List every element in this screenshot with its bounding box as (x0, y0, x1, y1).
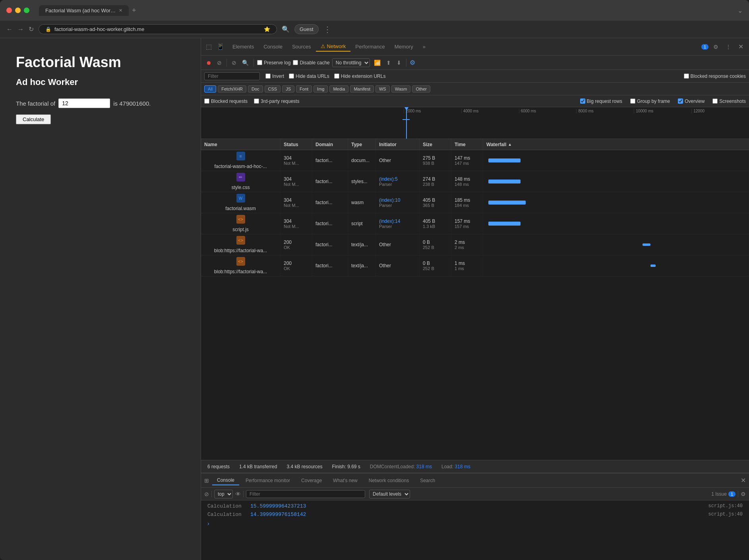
console-link-1[interactable]: script.js:40 (708, 503, 743, 509)
th-name[interactable]: Name (201, 139, 281, 150)
coverage-tab[interactable]: Coverage (296, 476, 327, 485)
console-settings-icon[interactable]: ⚙ (741, 491, 746, 497)
screenshots-checkbox[interactable] (712, 98, 718, 104)
search-tab[interactable]: Search (415, 476, 440, 485)
throttle-select[interactable]: No throttling (332, 58, 370, 67)
export-har-btn[interactable]: ⬇ (395, 59, 403, 67)
context-select[interactable]: top (214, 490, 233, 498)
filter-doc-btn[interactable]: Doc (248, 85, 263, 93)
table-row[interactable]: <> script.js 304 Not M... factori... scr… (201, 213, 749, 234)
filter-js-btn[interactable]: JS (282, 85, 294, 93)
browser-tab[interactable]: Factorial Wasm (ad hoc Wor… ✕ (39, 5, 129, 16)
devtools-more-btn[interactable]: ⋮ (723, 42, 734, 52)
overview-checkbox[interactable] (678, 98, 683, 104)
console-close-btn[interactable]: ✕ (741, 477, 746, 484)
invert-cb-label[interactable]: Invert (265, 73, 284, 79)
calculate-button[interactable]: Calculate (16, 114, 51, 124)
blocked-cookies-checkbox[interactable] (684, 73, 689, 79)
table-row[interactable]: ≡ factorial-wasm-ad-hoc-... 304 Not M...… (201, 150, 749, 171)
console-tab[interactable]: Console (212, 476, 239, 485)
preserve-log-label[interactable]: Preserve log (257, 60, 290, 66)
tab-memory[interactable]: Memory (390, 42, 418, 51)
filter-font-btn[interactable]: Font (296, 85, 312, 93)
devtools-close-btn[interactable]: ✕ (736, 41, 746, 52)
close-traffic-light[interactable] (6, 8, 12, 13)
initiator-link-4[interactable]: (index):14 (379, 218, 416, 224)
initiator-link-3[interactable]: (index):10 (379, 197, 416, 203)
tab-expand-btn[interactable]: ⌄ (737, 7, 743, 14)
th-size[interactable]: Size (420, 139, 451, 150)
blocked-requests-label[interactable]: Blocked requests (204, 98, 248, 104)
table-row[interactable]: W factorial.wasm 304 Not M... factori...… (201, 192, 749, 213)
filter-other-btn[interactable]: Other (412, 85, 430, 93)
disable-cache-label[interactable]: Disable cache (293, 60, 329, 66)
log-levels-select[interactable]: Default levels (369, 490, 410, 498)
factorial-input[interactable] (58, 98, 110, 108)
tab-close-btn[interactable]: ✕ (119, 8, 122, 13)
maximize-traffic-light[interactable] (24, 8, 29, 13)
filter-wasm-btn[interactable]: Wasm (391, 85, 411, 93)
th-time[interactable]: Time (451, 139, 483, 150)
big-rows-label[interactable]: Big request rows (580, 98, 622, 104)
reload-btn[interactable]: ↻ (29, 25, 34, 33)
third-party-label[interactable]: 3rd-party requests (254, 98, 299, 104)
forward-btn[interactable]: → (17, 26, 24, 33)
blocked-requests-checkbox[interactable] (204, 98, 209, 104)
tab-more[interactable]: » (418, 42, 430, 51)
tab-sources[interactable]: Sources (287, 42, 316, 51)
inspect-element-icon[interactable]: ⬚ (204, 41, 213, 52)
tab-elements[interactable]: Elements (228, 42, 259, 51)
hide-data-urls-checkbox[interactable] (289, 73, 294, 79)
console-ban-icon[interactable]: ⊘ (204, 491, 209, 497)
console-panels-icon[interactable]: ⊞ (204, 477, 209, 484)
th-type[interactable]: Type (348, 139, 376, 150)
minimize-traffic-light[interactable] (15, 8, 21, 13)
more-menu-btn[interactable]: ⋮ (323, 25, 331, 34)
clear-btn[interactable]: ⊘ (215, 59, 223, 67)
console-prompt[interactable]: › (201, 519, 749, 528)
console-filter-input[interactable] (246, 490, 365, 498)
filter-img-btn[interactable]: Img (314, 85, 328, 93)
filter-manifest-btn[interactable]: Manifest (350, 85, 374, 93)
initiator-link-2[interactable]: (index):5 (379, 176, 416, 182)
table-row[interactable]: ✏ style.css 304 Not M... factori... styl… (201, 171, 749, 192)
th-initiator[interactable]: Initiator (376, 139, 420, 150)
filter-media-btn[interactable]: Media (329, 85, 348, 93)
group-frame-checkbox[interactable] (630, 98, 635, 104)
back-btn[interactable]: ← (6, 26, 13, 33)
tab-performance[interactable]: Performance (350, 42, 389, 51)
preserve-log-checkbox[interactable] (257, 60, 262, 65)
filter-ws-btn[interactable]: WS (375, 85, 390, 93)
new-tab-btn[interactable]: + (132, 6, 136, 15)
performance-monitor-tab[interactable]: Performance monitor (241, 476, 295, 485)
big-rows-checkbox[interactable] (580, 98, 585, 104)
record-btn[interactable]: ⏺ (204, 59, 213, 67)
group-frame-label[interactable]: Group by frame (630, 98, 670, 104)
filter-input[interactable] (204, 72, 260, 80)
invert-checkbox[interactable] (265, 73, 271, 79)
table-row[interactable]: <> blob:https://factorial-wa... 200 OK f… (201, 234, 749, 255)
filter-toggle-btn[interactable]: ⊘ (230, 59, 238, 67)
filter-all-btn[interactable]: All (204, 85, 216, 93)
import-har-btn[interactable]: ⬆ (385, 59, 393, 67)
overview-label[interactable]: Overview (678, 98, 704, 104)
th-status[interactable]: Status (281, 139, 312, 150)
filter-css-btn[interactable]: CSS (265, 85, 281, 93)
console-eye-icon[interactable]: 👁 (235, 491, 241, 497)
tab-network[interactable]: ⚠ Network (316, 42, 351, 52)
screenshots-label[interactable]: Screenshots (712, 98, 746, 104)
search-network-btn[interactable]: 🔍 (240, 59, 250, 67)
th-domain[interactable]: Domain (312, 139, 348, 150)
devtools-settings-btn[interactable]: ⚙ (711, 42, 721, 52)
filter-fetchxhr-btn[interactable]: Fetch/XHR (218, 85, 246, 93)
third-party-checkbox[interactable] (254, 98, 259, 104)
network-settings-icon[interactable]: ⚙ (410, 59, 415, 66)
disable-cache-checkbox[interactable] (293, 60, 298, 65)
hide-ext-urls-checkbox[interactable] (334, 73, 339, 79)
whats-new-tab[interactable]: What's new (328, 476, 362, 485)
blocked-cookies-cb-label[interactable]: Blocked response cookies (684, 73, 746, 79)
network-conditions-btn[interactable]: 📶 (372, 59, 382, 67)
th-waterfall[interactable]: Waterfall ▲ (483, 139, 749, 150)
device-toolbar-icon[interactable]: 📱 (215, 41, 226, 52)
hide-ext-urls-label[interactable]: Hide extension URLs (334, 73, 386, 79)
